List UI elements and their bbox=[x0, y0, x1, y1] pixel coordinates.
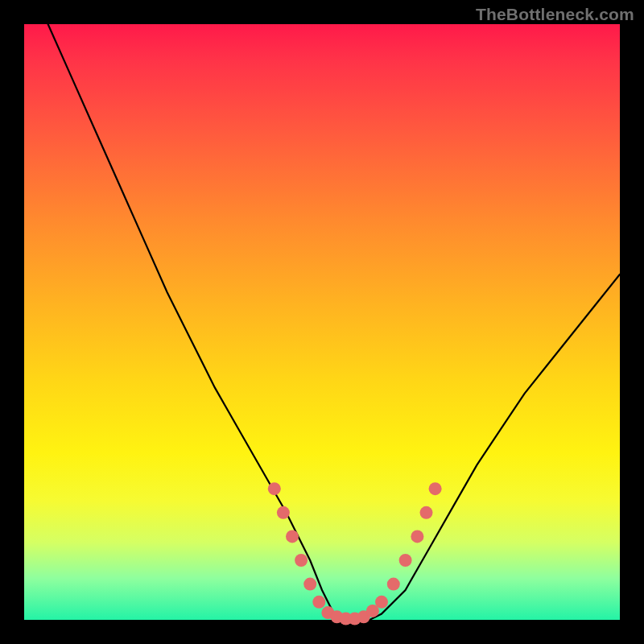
highlight-dot bbox=[429, 482, 442, 495]
highlight-dot bbox=[387, 578, 400, 591]
highlight-dot bbox=[303, 578, 316, 591]
highlight-dot bbox=[411, 530, 423, 543]
highlight-dot bbox=[399, 554, 412, 567]
highlight-dot bbox=[375, 596, 388, 609]
highlight-dot bbox=[277, 506, 290, 519]
highlight-dot bbox=[312, 596, 325, 609]
bottleneck-chart bbox=[24, 24, 620, 620]
highlight-dot bbox=[268, 482, 281, 495]
highlight-dot bbox=[286, 530, 299, 543]
watermark-text: TheBottleneck.com bbox=[476, 5, 634, 24]
highlight-dot bbox=[420, 506, 433, 519]
highlight-dots-group bbox=[268, 482, 442, 625]
highlight-dot bbox=[295, 554, 308, 567]
bottleneck-curve-line bbox=[48, 24, 620, 620]
